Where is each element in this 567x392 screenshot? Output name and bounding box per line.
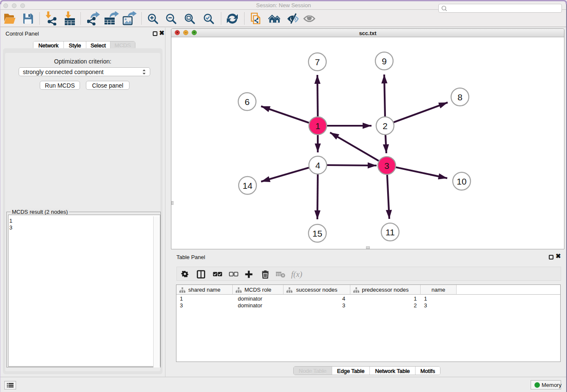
svg-text:8: 8 [457,92,462,102]
svg-text:2: 2 [383,121,388,131]
svg-text:14: 14 [242,181,253,190]
svg-text:9: 9 [382,56,387,66]
svg-text:15: 15 [312,229,322,238]
svg-text:1: 1 [315,121,320,131]
svg-text:10: 10 [457,177,466,186]
svg-text:4: 4 [315,160,320,170]
svg-text:11: 11 [385,227,395,237]
svg-text:6: 6 [245,97,250,107]
svg-text:3: 3 [384,161,389,171]
svg-text:7: 7 [315,57,320,67]
